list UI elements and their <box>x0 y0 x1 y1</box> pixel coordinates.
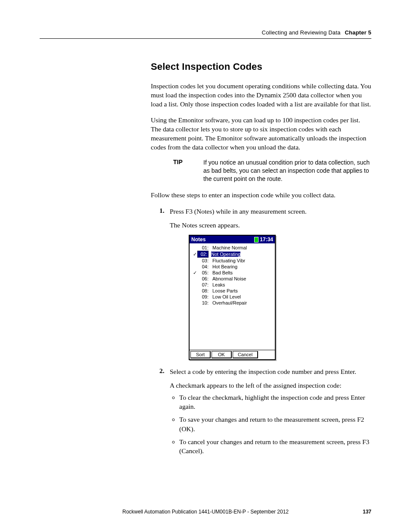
note-row-2[interactable]: ✓ 02: Not Operating <box>192 251 272 258</box>
note-num: 08: <box>197 288 210 294</box>
note-label: Fluctuating Vibr <box>210 258 245 264</box>
header-section: Collecting and Reviewing Data <box>262 29 341 36</box>
note-label: Hot Bearing <box>210 264 237 270</box>
notes-screen: Notes 17:34 01: Machine Normal <box>189 235 276 360</box>
paragraph-3: Follow these steps to enter an inspectio… <box>151 191 371 200</box>
page-footer: Rockwell Automation Publication 1441-UM0… <box>40 509 371 515</box>
steps-list: 1. Press F3 (Notes) while in any measure… <box>151 207 371 456</box>
step-1-sub: The Notes screen appears. <box>170 221 371 230</box>
notes-button-bar: Sort OK Cancel <box>190 350 275 359</box>
step-1-number: 1. <box>159 207 165 215</box>
note-num: 09: <box>197 294 210 300</box>
note-num: 07: <box>197 282 210 288</box>
bullet-1: To clear the checkmark, highlight the in… <box>179 393 371 411</box>
note-label: Low Oil Level <box>210 294 241 300</box>
step-2-number: 2. <box>159 367 165 375</box>
note-row-3[interactable]: 03: Fluctuating Vibr <box>192 258 272 264</box>
note-num: 06: <box>197 276 210 282</box>
step-2-bullets: To clear the checkmark, highlight the in… <box>170 393 371 456</box>
running-header: Collecting and Reviewing Data Chapter 5 <box>40 29 371 36</box>
cancel-button[interactable]: Cancel <box>233 351 258 358</box>
note-row-1[interactable]: 01: Machine Normal <box>192 245 272 251</box>
note-label: Abnormal Noise <box>210 276 246 282</box>
checkmark-icon: ✓ <box>192 270 197 276</box>
note-row-6[interactable]: 06: Abnormal Noise <box>192 276 272 282</box>
publication-info: Rockwell Automation Publication 1441-UM0… <box>122 509 289 515</box>
ok-button[interactable]: OK <box>212 351 232 358</box>
paragraph-1: Inspection codes let you document operat… <box>151 82 371 109</box>
note-label: Not Operating <box>209 251 240 257</box>
battery-icon <box>254 237 258 243</box>
note-num: 03: <box>197 258 210 264</box>
bullet-3: To cancel your changes and return to the… <box>179 437 371 456</box>
note-row-9[interactable]: 09: Low Oil Level <box>192 294 272 300</box>
step-1: 1. Press F3 (Notes) while in any measure… <box>151 207 371 360</box>
note-num: 05: <box>197 270 210 276</box>
note-label: Overhaul/Repair <box>210 300 247 306</box>
page-number: 137 <box>363 509 371 515</box>
step-1-text: Press F3 (Notes) while in any measuremen… <box>170 207 371 216</box>
note-label: Machine Normal <box>210 245 247 251</box>
section-title: Select Inspection Codes <box>151 61 371 72</box>
note-row-4[interactable]: 04: Hot Bearing <box>192 264 272 270</box>
note-row-7[interactable]: 07: Leaks <box>192 282 272 288</box>
note-row-10[interactable]: 10: Overhaul/Repair <box>192 300 272 306</box>
tip-block: TIP If you notice an unusual condition p… <box>173 159 371 183</box>
note-row-8[interactable]: 08: Loose Parts <box>192 288 272 294</box>
note-num: 02: <box>197 251 209 258</box>
note-row-5[interactable]: ✓ 05: Bad Belts <box>192 270 272 276</box>
note-label: Loose Parts <box>210 288 238 294</box>
note-num: 10: <box>197 300 210 306</box>
note-label: Bad Belts <box>210 270 233 276</box>
tip-label: TIP <box>173 159 203 183</box>
sort-button[interactable]: Sort <box>190 351 211 358</box>
step-2-text: Select a code by entering the inspection… <box>170 367 371 376</box>
checkmark-icon: ✓ <box>192 251 197 257</box>
notes-titlebar: Notes 17:34 <box>190 236 275 243</box>
step-2: 2. Select a code by entering the inspect… <box>151 367 371 456</box>
main-content: Select Inspection Codes Inspection codes… <box>151 39 371 456</box>
bullet-2: To save your changes and return to the m… <box>179 415 371 433</box>
note-num: 01: <box>197 245 210 251</box>
note-label: Leaks <box>210 282 225 288</box>
header-chapter: Chapter 5 <box>345 29 371 36</box>
notes-clock: 17:34 <box>254 236 273 243</box>
tip-text: If you notice an unusual condition prior… <box>203 159 371 183</box>
note-num: 04: <box>197 264 210 270</box>
notes-title: Notes <box>191 236 206 243</box>
notes-time: 17:34 <box>260 236 273 243</box>
step-2-sub: A checkmark appears to the left of the a… <box>170 381 371 390</box>
paragraph-2: Using the Emonitor software, you can loa… <box>151 116 371 152</box>
notes-body: 01: Machine Normal ✓ 02: Not Operating 0… <box>190 243 275 350</box>
